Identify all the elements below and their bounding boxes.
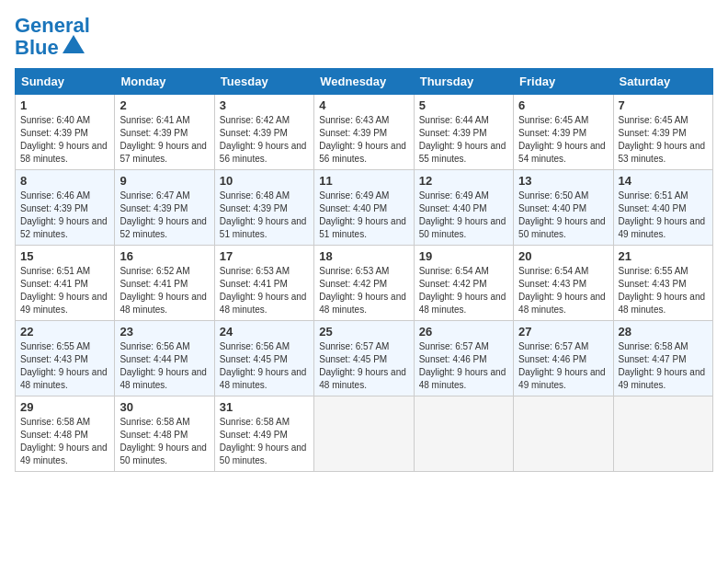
col-header-tuesday: Tuesday xyxy=(214,69,313,95)
calendar-cell: 15Sunrise: 6:51 AMSunset: 4:41 PMDayligh… xyxy=(16,246,115,321)
day-number: 26 xyxy=(419,325,508,339)
cell-sun-info: Sunrise: 6:53 AMSunset: 4:42 PMDaylight:… xyxy=(319,265,408,316)
col-header-friday: Friday xyxy=(514,69,613,95)
cell-sun-info: Sunrise: 6:46 AMSunset: 4:39 PMDaylight:… xyxy=(20,190,109,241)
day-number: 23 xyxy=(119,325,209,339)
cell-sun-info: Sunrise: 6:40 AMSunset: 4:39 PMDaylight:… xyxy=(20,114,109,166)
day-number: 4 xyxy=(319,98,408,112)
calendar-cell: 18Sunrise: 6:53 AMSunset: 4:42 PMDayligh… xyxy=(314,246,414,321)
cell-sun-info: Sunrise: 6:50 AMSunset: 4:40 PMDaylight:… xyxy=(518,190,608,241)
day-number: 27 xyxy=(518,325,608,339)
day-number: 16 xyxy=(119,249,209,263)
calendar-cell: 25Sunrise: 6:57 AMSunset: 4:45 PMDayligh… xyxy=(314,321,414,396)
cell-sun-info: Sunrise: 6:48 AMSunset: 4:39 PMDaylight:… xyxy=(220,190,309,241)
calendar-cell: 28Sunrise: 6:58 AMSunset: 4:47 PMDayligh… xyxy=(613,321,712,396)
calendar-table: SundayMondayTuesdayWednesdayThursdayFrid… xyxy=(15,68,713,472)
calendar-cell: 10Sunrise: 6:48 AMSunset: 4:39 PMDayligh… xyxy=(214,170,313,246)
week-row-4: 22Sunrise: 6:55 AMSunset: 4:43 PMDayligh… xyxy=(16,321,713,396)
logo: General Blue xyxy=(15,15,90,59)
cell-sun-info: Sunrise: 6:41 AMSunset: 4:39 PMDaylight:… xyxy=(119,114,209,166)
cell-sun-info: Sunrise: 6:49 AMSunset: 4:40 PMDaylight:… xyxy=(419,190,508,241)
cell-sun-info: Sunrise: 6:58 AMSunset: 4:48 PMDaylight:… xyxy=(20,416,109,467)
day-number: 10 xyxy=(220,174,309,188)
cell-sun-info: Sunrise: 6:43 AMSunset: 4:39 PMDaylight:… xyxy=(319,114,408,166)
day-number: 21 xyxy=(619,249,708,263)
cell-sun-info: Sunrise: 6:53 AMSunset: 4:41 PMDaylight:… xyxy=(220,265,309,316)
cell-sun-info: Sunrise: 6:57 AMSunset: 4:46 PMDaylight:… xyxy=(419,340,508,392)
day-number: 28 xyxy=(619,325,708,339)
calendar-cell: 9Sunrise: 6:47 AMSunset: 4:39 PMDaylight… xyxy=(115,170,214,246)
calendar-cell: 27Sunrise: 6:57 AMSunset: 4:46 PMDayligh… xyxy=(514,321,613,396)
col-header-thursday: Thursday xyxy=(414,69,513,95)
cell-sun-info: Sunrise: 6:51 AMSunset: 4:41 PMDaylight:… xyxy=(20,265,109,316)
calendar-cell: 21Sunrise: 6:55 AMSunset: 4:43 PMDayligh… xyxy=(613,246,712,321)
day-number: 17 xyxy=(220,249,309,263)
day-number: 11 xyxy=(319,174,408,188)
page-header: General Blue xyxy=(15,15,713,59)
day-number: 9 xyxy=(119,174,209,188)
day-number: 22 xyxy=(20,325,109,339)
cell-sun-info: Sunrise: 6:52 AMSunset: 4:41 PMDaylight:… xyxy=(119,265,209,316)
day-number: 24 xyxy=(220,325,309,339)
calendar-cell: 31Sunrise: 6:58 AMSunset: 4:49 PMDayligh… xyxy=(214,396,313,472)
day-number: 7 xyxy=(619,98,708,112)
day-number: 31 xyxy=(220,400,309,414)
calendar-cell: 14Sunrise: 6:51 AMSunset: 4:40 PMDayligh… xyxy=(613,170,712,246)
calendar-cell: 26Sunrise: 6:57 AMSunset: 4:46 PMDayligh… xyxy=(414,321,513,396)
calendar-cell: 23Sunrise: 6:56 AMSunset: 4:44 PMDayligh… xyxy=(115,321,214,396)
col-header-monday: Monday xyxy=(115,69,214,95)
day-number: 3 xyxy=(220,98,309,112)
day-number: 14 xyxy=(619,174,708,188)
calendar-cell: 5Sunrise: 6:44 AMSunset: 4:39 PMDaylight… xyxy=(414,95,513,170)
cell-sun-info: Sunrise: 6:45 AMSunset: 4:39 PMDaylight:… xyxy=(518,114,608,166)
cell-sun-info: Sunrise: 6:58 AMSunset: 4:48 PMDaylight:… xyxy=(119,416,209,467)
col-header-saturday: Saturday xyxy=(613,69,712,95)
calendar-cell: 12Sunrise: 6:49 AMSunset: 4:40 PMDayligh… xyxy=(414,170,513,246)
calendar-cell xyxy=(514,396,613,472)
logo-text2: Blue xyxy=(15,37,59,59)
calendar-cell: 1Sunrise: 6:40 AMSunset: 4:39 PMDaylight… xyxy=(16,95,115,170)
calendar-cell: 7Sunrise: 6:45 AMSunset: 4:39 PMDaylight… xyxy=(613,95,712,170)
cell-sun-info: Sunrise: 6:47 AMSunset: 4:39 PMDaylight:… xyxy=(119,190,209,241)
calendar-cell: 16Sunrise: 6:52 AMSunset: 4:41 PMDayligh… xyxy=(115,246,214,321)
week-row-1: 1Sunrise: 6:40 AMSunset: 4:39 PMDaylight… xyxy=(16,95,713,170)
day-number: 29 xyxy=(20,400,109,414)
calendar-cell: 2Sunrise: 6:41 AMSunset: 4:39 PMDaylight… xyxy=(115,95,214,170)
cell-sun-info: Sunrise: 6:58 AMSunset: 4:47 PMDaylight:… xyxy=(619,340,708,392)
cell-sun-info: Sunrise: 6:54 AMSunset: 4:42 PMDaylight:… xyxy=(419,265,508,316)
calendar-cell: 29Sunrise: 6:58 AMSunset: 4:48 PMDayligh… xyxy=(16,396,115,472)
calendar-cell: 24Sunrise: 6:56 AMSunset: 4:45 PMDayligh… xyxy=(214,321,313,396)
week-row-5: 29Sunrise: 6:58 AMSunset: 4:48 PMDayligh… xyxy=(16,396,713,472)
calendar-cell: 4Sunrise: 6:43 AMSunset: 4:39 PMDaylight… xyxy=(314,95,414,170)
calendar-cell: 8Sunrise: 6:46 AMSunset: 4:39 PMDaylight… xyxy=(16,170,115,246)
cell-sun-info: Sunrise: 6:51 AMSunset: 4:40 PMDaylight:… xyxy=(619,190,708,241)
col-header-sunday: Sunday xyxy=(16,69,115,95)
cell-sun-info: Sunrise: 6:58 AMSunset: 4:49 PMDaylight:… xyxy=(220,416,309,467)
calendar-cell: 30Sunrise: 6:58 AMSunset: 4:48 PMDayligh… xyxy=(115,396,214,472)
day-number: 2 xyxy=(119,98,209,112)
day-number: 20 xyxy=(518,249,608,263)
calendar-cell xyxy=(314,396,414,472)
cell-sun-info: Sunrise: 6:57 AMSunset: 4:46 PMDaylight:… xyxy=(518,340,608,392)
col-header-wednesday: Wednesday xyxy=(314,69,414,95)
day-number: 1 xyxy=(20,98,109,112)
calendar-cell: 13Sunrise: 6:50 AMSunset: 4:40 PMDayligh… xyxy=(514,170,613,246)
calendar-cell: 11Sunrise: 6:49 AMSunset: 4:40 PMDayligh… xyxy=(314,170,414,246)
calendar-cell: 20Sunrise: 6:54 AMSunset: 4:43 PMDayligh… xyxy=(514,246,613,321)
calendar-cell: 6Sunrise: 6:45 AMSunset: 4:39 PMDaylight… xyxy=(514,95,613,170)
header-row: SundayMondayTuesdayWednesdayThursdayFrid… xyxy=(16,69,713,95)
cell-sun-info: Sunrise: 6:56 AMSunset: 4:45 PMDaylight:… xyxy=(220,340,309,392)
cell-sun-info: Sunrise: 6:44 AMSunset: 4:39 PMDaylight:… xyxy=(419,114,508,166)
calendar-cell: 3Sunrise: 6:42 AMSunset: 4:39 PMDaylight… xyxy=(214,95,313,170)
day-number: 18 xyxy=(319,249,408,263)
calendar-cell: 22Sunrise: 6:55 AMSunset: 4:43 PMDayligh… xyxy=(16,321,115,396)
calendar-cell: 17Sunrise: 6:53 AMSunset: 4:41 PMDayligh… xyxy=(214,246,313,321)
cell-sun-info: Sunrise: 6:56 AMSunset: 4:44 PMDaylight:… xyxy=(119,340,209,392)
cell-sun-info: Sunrise: 6:54 AMSunset: 4:43 PMDaylight:… xyxy=(518,265,608,316)
cell-sun-info: Sunrise: 6:55 AMSunset: 4:43 PMDaylight:… xyxy=(619,265,708,316)
day-number: 30 xyxy=(119,400,209,414)
week-row-3: 15Sunrise: 6:51 AMSunset: 4:41 PMDayligh… xyxy=(16,246,713,321)
calendar-cell xyxy=(414,396,513,472)
cell-sun-info: Sunrise: 6:42 AMSunset: 4:39 PMDaylight:… xyxy=(220,114,309,166)
day-number: 15 xyxy=(20,249,109,263)
